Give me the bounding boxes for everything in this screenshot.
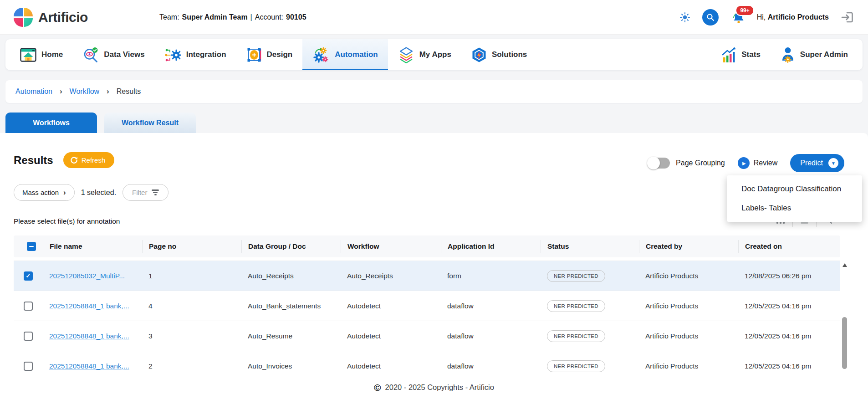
logout-button[interactable] [841,10,854,24]
refresh-label: Refresh [82,156,106,164]
row-checkbox[interactable] [24,302,33,311]
menu-item-labels-tables[interactable]: Labels- Tables [727,199,862,218]
theme-toggle-button[interactable] [679,12,690,23]
row-checkbox[interactable] [24,332,33,341]
refresh-button[interactable]: Refresh [63,152,115,168]
home-icon [20,48,36,62]
footer-text: 2020 - 2025 Copyrights - Artificio [385,383,494,392]
menu-item-doc-datagroup-classification[interactable]: Doc Datagroup Classification [727,179,862,199]
chevron-right-icon: › [63,189,66,196]
review-button[interactable]: ▶ Review [738,157,777,169]
col-data-group: Data Group / Doc [241,240,341,253]
user-name: Artificio Products [768,13,829,21]
nav-label: Design [267,50,293,59]
annotation-hint: Please select file(s) for annotation [14,217,120,225]
breadcrumb-results: Results [117,87,141,96]
divider: | [250,13,252,21]
account-label: Account: [255,13,283,21]
toggle-knob [647,157,660,169]
file-name-link[interactable]: 202512058848_1 bank,... [49,302,129,310]
mass-action-label: Mass action [22,189,59,196]
select-all-checkbox[interactable] [27,242,36,251]
tab-workflows[interactable]: Workflows [5,113,97,133]
notifications-button[interactable]: 99+ [730,10,745,24]
workflow-tabs: Workflows Workflow Result [5,113,196,133]
status-badge: NER PREDICTED [547,270,605,282]
nav-item-home[interactable]: Home [10,39,73,70]
data-group-cell: Auto_Invoices [241,362,341,370]
created-on-cell: 12/05/2025 04:16 pm [738,362,840,370]
app-logo[interactable]: Artificio [14,8,88,27]
greeting-prefix: Hi, [757,13,766,21]
tab-workflow-result[interactable]: Workflow Result [104,113,196,133]
predict-dropdown-menu: Doc Datagroup Classification Labels- Tab… [727,175,862,222]
created-on-cell: 12/05/2025 04:16 pm [738,332,840,340]
application-id-cell: dataflow [441,302,541,310]
table-body: ✓ 202512085032_MultiP... 1 Auto_Receipts… [14,261,840,381]
super-admin-icon [781,46,795,63]
nav-item-stats[interactable]: Stats [712,39,771,70]
check-icon: ✓ [26,272,31,279]
workflow-cell: Autodetect [341,302,441,310]
file-name-link[interactable]: 202512058848_1 bank,... [49,332,129,340]
row-checkbox[interactable] [24,362,33,371]
account-number: 90105 [286,13,306,21]
application-id-cell: dataflow [441,362,541,370]
predict-label: Predict [800,159,823,167]
design-icon [246,47,262,63]
predict-button[interactable]: Predict ▼ [790,154,844,172]
data-group-cell: Auto_Bank_statements [241,302,341,310]
filter-icon [152,189,159,195]
nav-item-super-admin[interactable]: Super Admin [771,39,858,70]
indeterminate-icon [29,246,34,247]
nav-label: Data Views [104,50,144,59]
table-header: File name Page no Data Group / Doc Workf… [14,235,840,257]
nav-item-integration[interactable]: Integration [155,39,236,70]
scroll-up-arrow-icon[interactable] [842,263,847,267]
nav-item-design[interactable]: Design [236,39,303,70]
nav-item-my-apps[interactable]: My Apps [388,39,461,70]
integration-icon [165,47,181,63]
selected-count: 1 selected. [81,189,116,197]
nav-item-automation[interactable]: Automation [302,39,388,70]
search-icon [706,13,715,21]
data-group-cell: Auto_Receipts [241,272,341,280]
created-by-cell: Artificio Products [639,332,738,340]
col-page-no: Page no [142,240,241,253]
nav-label: Home [41,50,63,59]
filter-label: Filter [132,189,147,196]
main-nav: Home Data Views Integration Design Autom… [5,39,863,70]
mass-action-button[interactable]: Mass action › [14,184,75,201]
filter-button[interactable]: Filter [123,184,168,201]
file-name-link[interactable]: 202512058848_1 bank,... [49,362,129,370]
nav-label: Solutions [492,50,527,59]
page-grouping-toggle[interactable] [648,158,670,169]
nav-item-solutions[interactable]: Solutions [461,39,537,70]
application-id-cell: form [441,272,541,280]
brand-name: Artificio [38,10,88,25]
nav-item-data-views[interactable]: Data Views [73,39,154,70]
col-status: Status [541,240,639,253]
table-row: ✓ 202512085032_MultiP... 1 Auto_Receipts… [14,261,840,291]
breadcrumb-workflow[interactable]: Workflow [70,87,100,96]
created-on-cell: 12/08/2025 06:26 pm [738,272,840,280]
created-by-cell: Artificio Products [639,272,738,280]
breadcrumb-automation[interactable]: Automation [15,87,52,96]
workflow-cell: Autodetect [341,332,441,340]
team-account-info: Team: Super Admin Team | Account: 90105 [159,0,306,35]
logout-icon [841,10,854,24]
table-row: 202512058848_1 bank,... 2 Auto_Invoices … [14,351,840,381]
table-row: 202512058848_1 bank,... 3 Auto_Resume Au… [14,321,840,351]
created-by-cell: Artificio Products [639,302,738,310]
status-badge: NER PREDICTED [547,300,605,312]
file-name-link[interactable]: 202512085032_MultiP... [49,272,125,280]
created-by-cell: Artificio Products [639,362,738,370]
created-on-cell: 12/05/2025 04:16 pm [738,302,840,310]
status-badge: NER PREDICTED [547,330,605,342]
search-button[interactable] [702,9,719,26]
data-views-icon [83,47,99,63]
chevron-right-icon: › [60,87,62,96]
nav-label: Super Admin [800,50,848,59]
scrollbar-thumb[interactable] [842,317,847,369]
row-checkbox[interactable]: ✓ [24,271,33,281]
